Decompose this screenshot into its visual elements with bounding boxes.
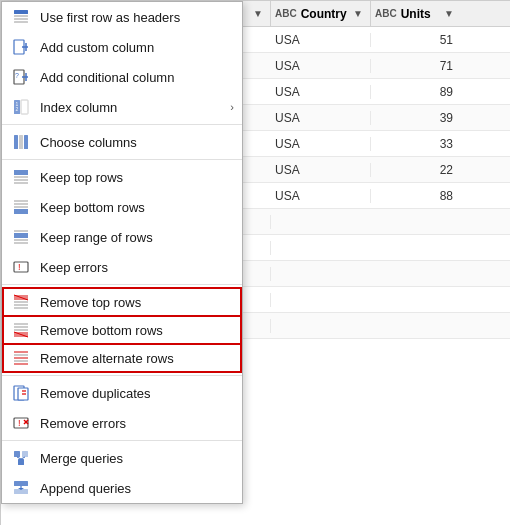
menu-item-keep-bottom-rows[interactable]: Keep bottom rows (2, 192, 242, 222)
menu-label-index-column: Index column (40, 100, 230, 115)
menu-label-keep-errors: Keep errors (40, 260, 234, 275)
menu-item-remove-errors[interactable]: !Remove errors (2, 408, 242, 438)
menu-separator-18 (2, 440, 242, 441)
svg-rect-37 (14, 301, 28, 303)
add-conditional-column-icon: ? (10, 66, 32, 88)
svg-text:!: ! (18, 262, 21, 272)
add-custom-column-icon (10, 36, 32, 58)
menu-item-keep-range-rows[interactable]: Keep range of rows (2, 222, 242, 252)
menu-item-add-custom-column[interactable]: Add custom column (2, 32, 242, 62)
units-type-icon: ABC (375, 8, 397, 19)
menu-label-keep-bottom-rows: Keep bottom rows (40, 200, 234, 215)
menu-label-remove-bottom-rows: Remove bottom rows (40, 323, 234, 338)
merge-queries-icon (10, 447, 32, 469)
menu-item-use-first-row[interactable]: Use first row as headers (2, 2, 242, 32)
svg-rect-4 (14, 15, 28, 17)
main-container: ABC Period ▼ ABC Country ▼ ABC Units ▼ 1… (0, 0, 510, 525)
cell-country: USA (271, 163, 371, 177)
svg-rect-32 (14, 242, 28, 244)
menu-label-remove-duplicates: Remove duplicates (40, 386, 234, 401)
menu-item-keep-top-rows[interactable]: Keep top rows (2, 162, 242, 192)
svg-rect-31 (14, 239, 28, 241)
svg-rect-18 (14, 135, 18, 149)
svg-rect-60 (18, 459, 24, 465)
svg-rect-29 (14, 230, 28, 232)
svg-line-61 (17, 457, 21, 459)
menu-item-keep-errors[interactable]: !Keep errors (2, 252, 242, 282)
menu-label-add-conditional-column: Add conditional column (40, 70, 234, 85)
menu-item-remove-top-rows[interactable]: Remove top rows (2, 287, 242, 317)
svg-rect-30 (14, 233, 28, 238)
svg-rect-22 (14, 176, 28, 178)
cell-units: 22 (371, 163, 461, 177)
units-label: Units (401, 7, 431, 21)
keep-errors-icon: ! (10, 256, 32, 278)
country-type-icon: ABC (275, 8, 297, 19)
svg-rect-33 (14, 262, 28, 272)
country-dropdown-icon[interactable]: ▼ (350, 6, 366, 21)
keep-bottom-rows-icon (10, 196, 32, 218)
cell-country: USA (271, 189, 371, 203)
menu-item-append-queries[interactable]: Append queries (2, 473, 242, 503)
svg-rect-38 (14, 304, 28, 306)
svg-rect-19 (19, 135, 23, 149)
svg-rect-17 (21, 100, 28, 114)
cell-country: USA (271, 137, 371, 151)
cell-units: 89 (371, 85, 461, 99)
cell-country: USA (271, 111, 371, 125)
svg-rect-39 (14, 307, 28, 309)
svg-rect-49 (14, 363, 28, 365)
svg-rect-28 (14, 209, 28, 214)
remove-errors-icon: ! (10, 412, 32, 434)
svg-rect-45 (14, 351, 28, 353)
keep-range-rows-icon (10, 226, 32, 248)
period-dropdown-icon[interactable]: ▼ (250, 6, 266, 21)
menu-label-add-custom-column: Add custom column (40, 40, 234, 55)
svg-rect-59 (22, 451, 28, 457)
svg-rect-58 (14, 451, 20, 457)
cell-units: 39 (371, 111, 461, 125)
menu-label-choose-columns: Choose columns (40, 135, 234, 150)
svg-rect-6 (14, 21, 28, 23)
svg-text:?: ? (15, 72, 19, 79)
menu-item-add-conditional-column[interactable]: ?Add conditional column (2, 62, 242, 92)
cell-units: 51 (371, 33, 461, 47)
menu-label-remove-alternate-rows: Remove alternate rows (40, 351, 234, 366)
svg-line-62 (21, 457, 25, 459)
units-dropdown-icon[interactable]: ▼ (441, 6, 457, 21)
svg-rect-27 (14, 206, 28, 208)
choose-columns-icon (10, 131, 32, 153)
remove-bottom-rows-icon (10, 319, 32, 341)
svg-rect-26 (14, 203, 28, 205)
append-queries-icon (10, 477, 32, 499)
menu-separator-11 (2, 284, 242, 285)
remove-duplicates-icon (10, 382, 32, 404)
menu-item-index-column[interactable]: 12Index column› (2, 92, 242, 122)
remove-top-rows-icon (10, 291, 32, 313)
svg-rect-63 (14, 481, 28, 486)
keep-top-rows-icon (10, 166, 32, 188)
svg-rect-41 (14, 326, 28, 328)
menu-item-merge-queries[interactable]: Merge queries (2, 443, 242, 473)
menu-item-remove-alternate-rows[interactable]: Remove alternate rows (2, 343, 242, 373)
svg-rect-5 (14, 18, 28, 20)
menu-separator-15 (2, 375, 242, 376)
menu-item-choose-columns[interactable]: Choose columns (2, 127, 242, 157)
use-first-row-icon (10, 6, 32, 28)
cell-country: USA (271, 85, 371, 99)
menu-item-remove-duplicates[interactable]: Remove duplicates (2, 378, 242, 408)
country-column-header: ABC Country ▼ (271, 1, 371, 26)
menu-label-merge-queries: Merge queries (40, 451, 234, 466)
cell-country: USA (271, 33, 371, 47)
svg-rect-47 (14, 357, 28, 359)
menu-arrow-index-column: › (230, 101, 234, 113)
menu-separator-4 (2, 124, 242, 125)
svg-rect-21 (14, 170, 28, 175)
menu-label-append-queries: Append queries (40, 481, 234, 496)
svg-rect-25 (14, 200, 28, 202)
menu-label-keep-top-rows: Keep top rows (40, 170, 234, 185)
cell-units: 33 (371, 137, 461, 151)
menu-item-remove-bottom-rows[interactable]: Remove bottom rows (2, 315, 242, 345)
svg-rect-20 (24, 135, 28, 149)
context-menu: Use first row as headersAdd custom colum… (1, 1, 243, 504)
